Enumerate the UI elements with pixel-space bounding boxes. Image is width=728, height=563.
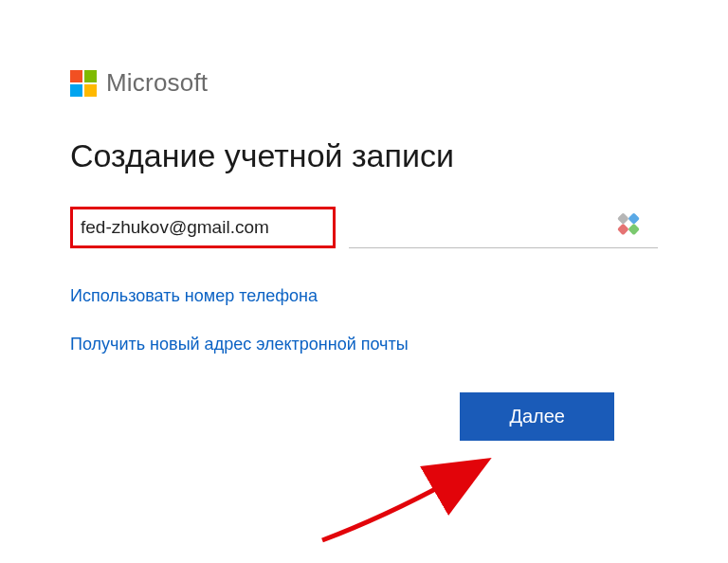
use-phone-link[interactable]: Использовать номер телефона <box>70 286 318 306</box>
input-underline <box>349 207 658 248</box>
microsoft-logo-icon <box>70 70 97 97</box>
annotation-arrow-icon <box>313 445 512 550</box>
signup-card: Microsoft Создание учетной записи Исполь… <box>0 0 728 441</box>
email-input[interactable] <box>70 207 336 248</box>
actions-row: Далее <box>70 392 658 441</box>
next-button[interactable]: Далее <box>460 392 614 441</box>
page-title: Создание учетной записи <box>70 137 658 174</box>
brand-name: Microsoft <box>106 68 208 98</box>
email-row <box>70 207 658 248</box>
get-new-email-link[interactable]: Получить новый адрес электронной почты <box>70 335 409 354</box>
brand-row: Microsoft <box>70 68 658 98</box>
extension-icon[interactable] <box>613 209 643 239</box>
